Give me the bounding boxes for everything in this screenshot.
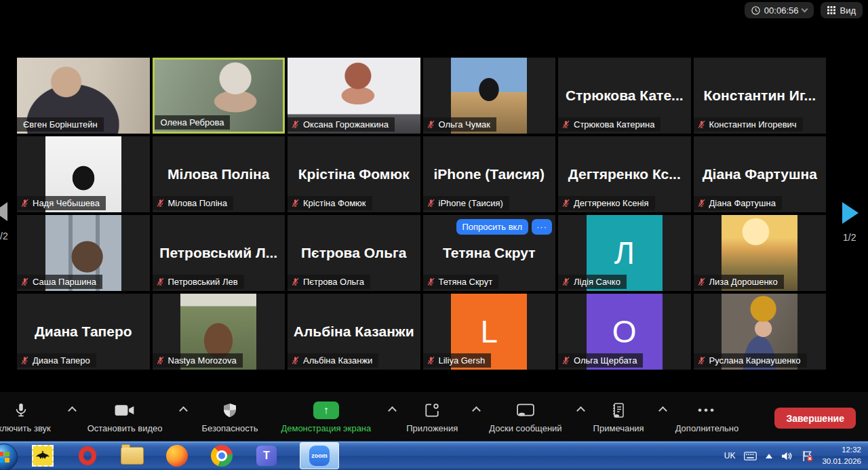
participant-tile[interactable]: Надя Чебышева xyxy=(17,136,150,212)
firefox-icon xyxy=(166,445,188,467)
participant-tile[interactable]: Дегтяренко Кс... Дегтяренко Ксенія xyxy=(558,136,691,212)
participant-label: Надя Чебышева xyxy=(17,196,106,210)
participant-tile[interactable]: Діана Фартушна Діана Фартушна xyxy=(694,136,827,212)
firefox-app-icon[interactable] xyxy=(165,444,189,467)
grid-view-icon xyxy=(827,6,835,14)
chrome-app-icon[interactable] xyxy=(210,444,233,467)
file-explorer-app-icon[interactable] xyxy=(121,444,144,467)
participant-tile[interactable]: iPhone (Таисия) iPhone (Таисия) xyxy=(423,136,556,212)
toolbar-notes-button[interactable]: Примечания xyxy=(593,401,644,433)
participant-tile[interactable]: Диана Таперо Диана Таперо xyxy=(17,294,150,370)
muted-mic-icon xyxy=(20,199,29,208)
participant-tile[interactable]: Крістіна Фомюк Крістіна Фомюк xyxy=(288,136,420,212)
participant-tile[interactable]: Петровський Л... Петровський Лев xyxy=(153,215,285,291)
opera-icon xyxy=(79,446,96,465)
apps-icon xyxy=(424,402,440,418)
participant-tile[interactable]: Попросить вкл ··· Тетяна Скрут Тетяна Ск… xyxy=(423,215,556,291)
participant-tile[interactable]: Л Лідія Сачко xyxy=(558,215,691,291)
participant-tile[interactable]: Стрюкова Кате... Стрюкова Катерина xyxy=(558,58,691,134)
participant-label: Лиза Дорошенко xyxy=(694,275,784,289)
participant-tile[interactable]: Євген Борінштейн xyxy=(17,58,150,134)
volume-icon[interactable] xyxy=(781,451,793,461)
participant-label: Тетяна Скрут xyxy=(423,275,499,289)
muted-mic-icon xyxy=(427,277,435,286)
end-meeting-button[interactable]: Завершение xyxy=(774,408,856,429)
share-options-chevron[interactable] xyxy=(388,406,397,415)
muted-mic-icon xyxy=(20,277,29,286)
muted-mic-icon xyxy=(156,277,165,286)
start-button[interactable] xyxy=(0,444,18,470)
toolbar-whiteboards-button[interactable]: Доски сообщений xyxy=(489,401,561,433)
apps-options-chevron[interactable] xyxy=(472,406,481,415)
participant-tile[interactable]: Альбіна Казанжи Альбіна Казанжи xyxy=(288,294,420,370)
video-camera-icon xyxy=(115,404,135,417)
the-bat-app-icon[interactable] xyxy=(31,444,54,467)
toolbar-mute-button[interactable]: Включить звук xyxy=(0,401,51,433)
participant-tile[interactable]: Ольга Чумак xyxy=(423,58,556,134)
chevron-down-icon[interactable] xyxy=(802,6,808,13)
participant-tile[interactable]: Саша Паршина xyxy=(17,215,150,291)
participant-tile[interactable]: Лиза Дорошенко xyxy=(694,215,827,291)
toolbar-apps-button[interactable]: Приложения xyxy=(406,401,458,433)
taskbar-date: 30.01.2026 xyxy=(822,456,861,467)
muted-mic-icon xyxy=(291,356,300,365)
action-center-flag-icon[interactable] xyxy=(802,450,813,462)
participant-tile[interactable]: Nastya Morozova xyxy=(153,294,285,370)
folder-icon xyxy=(121,447,144,465)
participant-label: Мілова Поліна xyxy=(153,196,233,210)
next-page-arrow[interactable] xyxy=(842,202,859,224)
muted-mic-icon xyxy=(697,120,706,129)
share-screen-icon: ↑ xyxy=(313,402,339,419)
participant-tile-active-speaker[interactable]: Олена Реброва xyxy=(153,58,285,134)
shield-icon xyxy=(223,402,237,418)
muted-mic-icon xyxy=(697,356,706,365)
participant-tile[interactable]: L Liliya Gersh xyxy=(423,294,556,370)
avatar-letter: L xyxy=(480,313,498,350)
participant-tile[interactable]: Пєтрова Ольга Пєтрова Ольга xyxy=(288,215,420,291)
toolbar-share-screen-button[interactable]: ↑ Демонстрация экрана xyxy=(281,401,371,433)
show-hidden-icons-button[interactable] xyxy=(766,454,772,458)
view-button[interactable]: Вид xyxy=(821,2,863,18)
video-options-chevron[interactable] xyxy=(180,406,189,415)
language-indicator[interactable]: UK xyxy=(724,451,736,461)
zoom-app-button-active[interactable]: zoom xyxy=(300,442,339,469)
participant-label: Олена Реброва xyxy=(155,115,231,130)
participant-label: Альбіна Казанжи xyxy=(288,353,378,368)
muted-mic-icon xyxy=(561,199,570,208)
teams-icon: T xyxy=(256,446,277,466)
pagination-left: /2 xyxy=(0,202,12,241)
more-icon: ••• xyxy=(698,402,716,419)
clock-icon xyxy=(751,6,760,15)
taskbar-apps: T zoom xyxy=(31,442,339,470)
toolbar-security-button[interactable]: Безопасность xyxy=(201,401,258,433)
meeting-toolbar: Включить звук Остановить видео Безопасно… xyxy=(0,392,868,441)
windows-logo-icon xyxy=(0,452,9,463)
muted-mic-icon xyxy=(156,356,165,365)
muted-mic-icon xyxy=(156,199,165,208)
muted-mic-icon xyxy=(561,120,570,129)
mic-options-chevron[interactable] xyxy=(68,406,77,415)
zoom-icon: zoom xyxy=(309,446,330,466)
participant-tile[interactable]: Мілова Поліна Мілова Поліна xyxy=(153,136,285,212)
toolbar-more-button[interactable]: ••• Дополнительно xyxy=(675,401,739,433)
pagination-right: 1/2 xyxy=(842,202,863,243)
teams-app-icon[interactable]: T xyxy=(255,444,278,467)
participant-tile[interactable]: Руслана Карнаушенко xyxy=(694,294,827,370)
participant-tile[interactable]: Константин Иг... Константин Игоревич xyxy=(694,58,827,134)
meeting-timer[interactable]: 00:06:56 xyxy=(745,2,814,18)
previous-page-arrow[interactable] xyxy=(0,202,7,221)
participant-label: Діана Фартушна xyxy=(694,196,782,210)
opera-app-icon[interactable] xyxy=(76,444,99,467)
notes-icon xyxy=(612,402,625,418)
taskbar-clock[interactable]: 12:32 30.01.2026 xyxy=(822,444,864,467)
whiteboards-options-chevron[interactable] xyxy=(576,406,585,415)
participant-label: Саша Паршина xyxy=(17,275,102,289)
notes-options-chevron[interactable] xyxy=(658,406,667,415)
participant-tile[interactable]: О Ольга Щербата xyxy=(558,294,691,370)
participant-label: Диана Таперо xyxy=(17,353,96,368)
toolbar-video-button[interactable]: Остановить видео xyxy=(87,401,163,433)
participant-tile[interactable]: Оксана Горожанкина xyxy=(288,58,420,134)
participant-label: Лідія Сачко xyxy=(558,275,627,289)
keyboard-icon[interactable] xyxy=(744,452,757,461)
muted-mic-icon xyxy=(427,120,435,129)
